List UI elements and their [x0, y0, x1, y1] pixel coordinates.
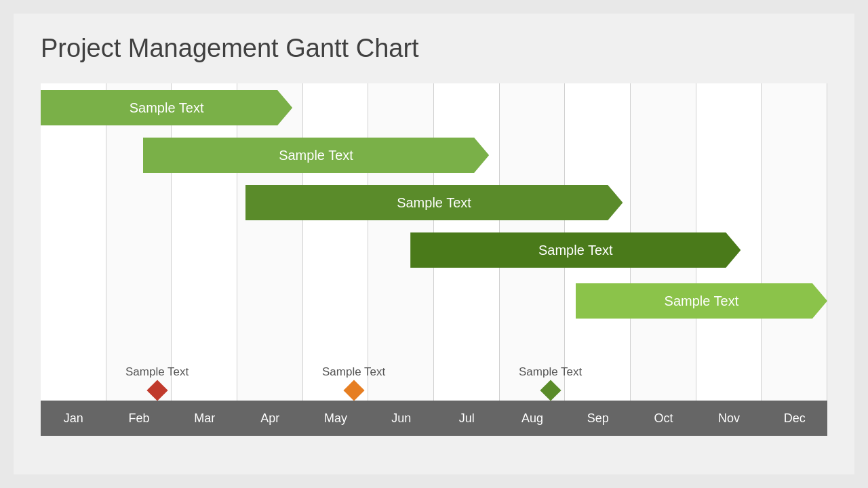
diamond-red-icon: [146, 380, 167, 401]
gantt-bar-5: Sample Text: [576, 283, 827, 319]
month-jan: Jan: [41, 411, 106, 426]
month-sep: Sep: [565, 411, 631, 426]
month-dec: Dec: [762, 411, 827, 426]
month-jul: Jul: [434, 411, 500, 426]
gantt-bar-3: Sample Text: [245, 185, 623, 220]
month-may: May: [303, 411, 369, 426]
milestone-3-label: Sample Text: [519, 365, 582, 379]
month-jun: Jun: [368, 411, 434, 426]
milestone-3: Sample Text: [519, 365, 582, 401]
chart-area: Sample Text Sample Text Sample Text Samp…: [41, 83, 827, 436]
month-aug: Aug: [500, 411, 566, 426]
month-oct: Oct: [631, 411, 696, 426]
milestone-1: Sample Text: [125, 365, 189, 401]
milestone-2: Sample Text: [322, 365, 385, 401]
timeline: Jan Feb Mar Apr May Jun Jul Aug Sep Oct …: [41, 401, 827, 436]
month-nov: Nov: [696, 411, 762, 426]
diamond-orange-icon: [343, 380, 364, 401]
gantt-bar-2: Sample Text: [143, 138, 489, 173]
month-mar: Mar: [172, 411, 237, 426]
slide: Project Management Gantt Chart Sample Te…: [14, 14, 854, 474]
diamond-green-icon: [540, 380, 561, 401]
slide-title: Project Management Gantt Chart: [41, 34, 827, 63]
gantt-bars: Sample Text Sample Text Sample Text Samp…: [41, 83, 827, 401]
milestone-2-label: Sample Text: [322, 365, 385, 379]
month-feb: Feb: [106, 411, 172, 426]
gantt-bar-4: Sample Text: [410, 232, 741, 268]
gantt-bar-1: Sample Text: [41, 90, 292, 125]
milestone-1-label: Sample Text: [125, 365, 189, 379]
month-apr: Apr: [237, 411, 303, 426]
